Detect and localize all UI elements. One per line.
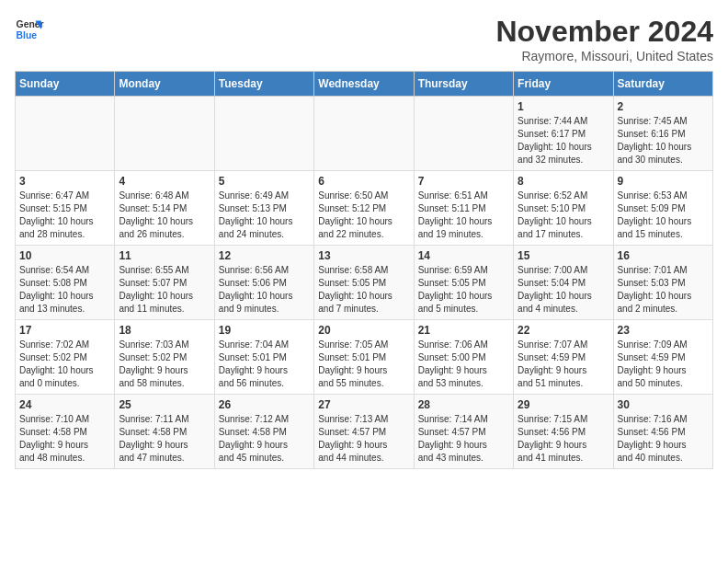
day-number: 17 (19, 324, 110, 337)
location: Raymore, Missouri, United States (495, 49, 713, 63)
calendar-day-9: 9Sunrise: 6:53 AM Sunset: 5:09 PM Daylig… (613, 171, 712, 246)
day-number: 4 (119, 175, 210, 188)
calendar-day-18: 18Sunrise: 7:03 AM Sunset: 5:02 PM Dayli… (115, 320, 214, 395)
calendar-day-5: 5Sunrise: 6:49 AM Sunset: 5:13 PM Daylig… (214, 171, 313, 246)
day-number: 10 (19, 249, 110, 262)
calendar-day-22: 22Sunrise: 7:07 AM Sunset: 4:59 PM Dayli… (514, 320, 613, 395)
day-number: 8 (518, 175, 609, 188)
calendar-day-25: 25Sunrise: 7:11 AM Sunset: 4:58 PM Dayli… (115, 395, 214, 469)
day-number: 25 (119, 398, 210, 411)
day-number: 11 (119, 249, 210, 262)
day-number: 9 (618, 175, 709, 188)
day-info: Sunrise: 6:54 AM Sunset: 5:08 PM Dayligh… (19, 264, 110, 316)
day-number: 23 (618, 324, 709, 337)
day-info: Sunrise: 7:12 AM Sunset: 4:58 PM Dayligh… (219, 413, 310, 465)
day-info: Sunrise: 7:00 AM Sunset: 5:04 PM Dayligh… (518, 264, 609, 316)
day-info: Sunrise: 7:04 AM Sunset: 5:01 PM Dayligh… (219, 339, 310, 390)
calendar-day-28: 28Sunrise: 7:14 AM Sunset: 4:57 PM Dayli… (414, 395, 513, 469)
calendar-week-3: 10Sunrise: 6:54 AM Sunset: 5:08 PM Dayli… (16, 246, 713, 320)
calendar-day-30: 30Sunrise: 7:16 AM Sunset: 4:56 PM Dayli… (613, 395, 712, 469)
calendar-week-4: 17Sunrise: 7:02 AM Sunset: 5:02 PM Dayli… (16, 320, 713, 395)
day-number: 22 (518, 324, 609, 337)
day-info: Sunrise: 7:05 AM Sunset: 5:01 PM Dayligh… (318, 339, 409, 390)
day-number: 15 (518, 249, 609, 262)
day-number: 19 (219, 324, 310, 337)
weekday-header-wednesday: Wednesday (314, 72, 414, 97)
day-number: 18 (119, 324, 210, 337)
calendar-day-16: 16Sunrise: 7:01 AM Sunset: 5:03 PM Dayli… (613, 246, 712, 320)
weekday-header-tuesday: Tuesday (214, 72, 313, 97)
calendar-day-2: 2Sunrise: 7:45 AM Sunset: 6:16 PM Daylig… (613, 97, 712, 171)
weekday-header-monday: Monday (115, 72, 214, 97)
day-info: Sunrise: 7:11 AM Sunset: 4:58 PM Dayligh… (119, 413, 210, 465)
day-info: Sunrise: 7:44 AM Sunset: 6:17 PM Dayligh… (518, 115, 609, 167)
day-info: Sunrise: 6:50 AM Sunset: 5:12 PM Dayligh… (318, 190, 409, 241)
day-number: 16 (618, 249, 709, 262)
day-info: Sunrise: 7:07 AM Sunset: 4:59 PM Dayligh… (518, 339, 609, 390)
title-area: November 2024 Raymore, Missouri, United … (495, 15, 713, 63)
calendar-day-26: 26Sunrise: 7:12 AM Sunset: 4:58 PM Dayli… (214, 395, 313, 469)
calendar-day-10: 10Sunrise: 6:54 AM Sunset: 5:08 PM Dayli… (16, 246, 115, 320)
day-number: 28 (418, 398, 509, 411)
calendar-day-19: 19Sunrise: 7:04 AM Sunset: 5:01 PM Dayli… (214, 320, 313, 395)
calendar-empty (314, 97, 414, 171)
calendar-day-13: 13Sunrise: 6:58 AM Sunset: 5:05 PM Dayli… (314, 246, 414, 320)
day-info: Sunrise: 6:56 AM Sunset: 5:06 PM Dayligh… (219, 264, 310, 316)
calendar-day-29: 29Sunrise: 7:15 AM Sunset: 4:56 PM Dayli… (514, 395, 613, 469)
day-number: 13 (318, 249, 409, 262)
weekday-header-row: SundayMondayTuesdayWednesdayThursdayFrid… (16, 72, 713, 97)
calendar-empty (16, 97, 115, 171)
day-info: Sunrise: 7:03 AM Sunset: 5:02 PM Dayligh… (119, 339, 210, 390)
logo: General Blue (15, 15, 44, 44)
calendar-day-21: 21Sunrise: 7:06 AM Sunset: 5:00 PM Dayli… (414, 320, 513, 395)
day-number: 20 (318, 324, 409, 337)
calendar-day-6: 6Sunrise: 6:50 AM Sunset: 5:12 PM Daylig… (314, 171, 414, 246)
day-info: Sunrise: 7:45 AM Sunset: 6:16 PM Dayligh… (618, 115, 709, 167)
day-info: Sunrise: 6:58 AM Sunset: 5:05 PM Dayligh… (318, 264, 409, 316)
day-number: 12 (219, 249, 310, 262)
day-number: 14 (418, 249, 509, 262)
day-info: Sunrise: 7:14 AM Sunset: 4:57 PM Dayligh… (418, 413, 509, 465)
weekday-header-saturday: Saturday (613, 72, 712, 97)
day-info: Sunrise: 7:10 AM Sunset: 4:58 PM Dayligh… (19, 413, 110, 465)
day-number: 26 (219, 398, 310, 411)
day-number: 6 (318, 175, 409, 188)
day-info: Sunrise: 6:51 AM Sunset: 5:11 PM Dayligh… (418, 190, 509, 241)
calendar-day-15: 15Sunrise: 7:00 AM Sunset: 5:04 PM Dayli… (514, 246, 613, 320)
calendar-day-17: 17Sunrise: 7:02 AM Sunset: 5:02 PM Dayli… (16, 320, 115, 395)
calendar-empty (214, 97, 313, 171)
day-info: Sunrise: 6:52 AM Sunset: 5:10 PM Dayligh… (518, 190, 609, 241)
calendar-day-24: 24Sunrise: 7:10 AM Sunset: 4:58 PM Dayli… (16, 395, 115, 469)
day-number: 30 (618, 398, 709, 411)
day-info: Sunrise: 6:53 AM Sunset: 5:09 PM Dayligh… (618, 190, 709, 241)
day-info: Sunrise: 7:15 AM Sunset: 4:56 PM Dayligh… (518, 413, 609, 465)
calendar-day-3: 3Sunrise: 6:47 AM Sunset: 5:15 PM Daylig… (16, 171, 115, 246)
calendar-day-12: 12Sunrise: 6:56 AM Sunset: 5:06 PM Dayli… (214, 246, 313, 320)
header: General Blue November 2024 Raymore, Miss… (15, 15, 713, 63)
month-title: November 2024 (495, 15, 713, 49)
day-info: Sunrise: 7:16 AM Sunset: 4:56 PM Dayligh… (618, 413, 709, 465)
day-info: Sunrise: 7:06 AM Sunset: 5:00 PM Dayligh… (418, 339, 509, 390)
calendar-week-5: 24Sunrise: 7:10 AM Sunset: 4:58 PM Dayli… (16, 395, 713, 469)
svg-text:Blue: Blue (17, 30, 38, 40)
day-info: Sunrise: 6:47 AM Sunset: 5:15 PM Dayligh… (19, 190, 110, 241)
day-info: Sunrise: 6:48 AM Sunset: 5:14 PM Dayligh… (119, 190, 210, 241)
day-number: 7 (418, 175, 509, 188)
calendar-week-1: 1Sunrise: 7:44 AM Sunset: 6:17 PM Daylig… (16, 97, 713, 171)
day-number: 2 (618, 100, 709, 113)
day-number: 21 (418, 324, 509, 337)
day-number: 5 (219, 175, 310, 188)
calendar-empty (115, 97, 214, 171)
calendar-table: SundayMondayTuesdayWednesdayThursdayFrid… (15, 71, 713, 469)
weekday-header-thursday: Thursday (414, 72, 513, 97)
calendar-day-4: 4Sunrise: 6:48 AM Sunset: 5:14 PM Daylig… (115, 171, 214, 246)
calendar-empty (414, 97, 513, 171)
calendar-day-1: 1Sunrise: 7:44 AM Sunset: 6:17 PM Daylig… (514, 97, 613, 171)
calendar-day-14: 14Sunrise: 6:59 AM Sunset: 5:05 PM Dayli… (414, 246, 513, 320)
weekday-header-sunday: Sunday (16, 72, 115, 97)
day-info: Sunrise: 6:49 AM Sunset: 5:13 PM Dayligh… (219, 190, 310, 241)
calendar-day-23: 23Sunrise: 7:09 AM Sunset: 4:59 PM Dayli… (613, 320, 712, 395)
day-info: Sunrise: 7:01 AM Sunset: 5:03 PM Dayligh… (618, 264, 709, 316)
day-number: 1 (518, 100, 609, 113)
day-number: 24 (19, 398, 110, 411)
